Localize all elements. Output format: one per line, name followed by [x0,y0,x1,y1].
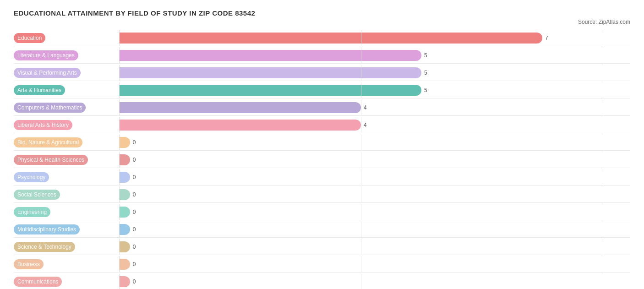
bar-label-wrap: Business [14,259,119,269]
bar-row: Visual & Performing Arts5 [14,65,630,81]
bar-area: 5 [119,65,630,81]
bar-label-text: Arts & Humanities [14,85,65,95]
bar-area: 0 [119,221,630,237]
bar-label-text: Communications [14,277,62,287]
bar-value-label: 0 [133,157,136,163]
bar-row: Bio, Nature & Agricultural0 [14,134,630,151]
bar-label-wrap: Physical & Health Sciences [14,155,119,165]
bar-area: 0 [119,134,630,150]
bar-label-wrap: Social Sciences [14,190,119,200]
chart-title: EDUCATIONAL ATTAINMENT BY FIELD OF STUDY… [14,9,630,17]
bar-fill [119,154,130,165]
bar-area: 0 [119,186,630,202]
bar-label-text: Science & Technology [14,242,75,252]
bar-area: 0 [119,204,630,220]
bar-fill [119,241,130,252]
bar-row: Arts & Humanities5 [14,82,630,98]
bar-label-wrap: Science & Technology [14,242,119,252]
bar-label-text: Education [14,33,45,43]
bar-row: Literature & Languages5 [14,47,630,64]
bar-label-wrap: Multidisciplinary Studies [14,224,119,234]
bar-label-wrap: Visual & Performing Arts [14,68,119,78]
bar-label-wrap: Computers & Mathematics [14,103,119,113]
bar-label-text: Liberal Arts & History [14,120,72,130]
bar-fill [119,137,130,148]
bar-fill [119,172,130,183]
bar-fill [119,50,421,61]
bar-value-label: 0 [133,139,136,146]
bar-row: Multidisciplinary Studies0 [14,221,630,238]
bar-area: 5 [119,82,630,98]
bar-label-text: Bio, Nature & Agricultural [14,137,82,147]
bar-label-wrap: Arts & Humanities [14,85,119,95]
bar-area: 0 [119,239,630,255]
bar-fill [119,224,130,235]
bar-area: 0 [119,169,630,185]
bar-area: 4 [119,117,630,133]
bar-label-wrap: Literature & Languages [14,50,119,60]
bar-row: Business0 [14,256,630,273]
bar-fill [119,259,130,270]
bar-value-label: 4 [364,104,367,111]
bar-label-text: Computers & Mathematics [14,103,86,113]
bar-row: Social Sciences0 [14,186,630,203]
bar-row: Science & Technology0 [14,239,630,255]
bar-area: 5 [119,47,630,63]
bar-label-text: Engineering [14,207,50,217]
chart-container: Education7Literature & Languages5Visual … [14,30,630,289]
bar-area: 0 [119,152,630,168]
bar-label-text: Business [14,259,44,269]
bar-label-wrap: Education [14,33,119,43]
bar-value-label: 5 [424,87,427,93]
bar-label-text: Physical & Health Sciences [14,155,88,165]
bar-row: Education7 [14,30,630,46]
bar-fill [119,120,361,131]
bar-label-text: Multidisciplinary Studies [14,224,80,234]
bar-label-wrap: Engineering [14,207,119,217]
bar-row: Communications0 [14,273,630,289]
bar-label-text: Visual & Performing Arts [14,68,81,78]
bar-area: 4 [119,99,630,115]
bar-fill [119,189,130,200]
bar-value-label: 7 [545,35,548,41]
bar-value-label: 4 [364,122,367,128]
bar-label-text: Psychology [14,172,49,182]
bar-area: 0 [119,273,630,289]
bar-value-label: 0 [133,278,136,285]
bar-fill [119,276,130,287]
bar-row: Computers & Mathematics4 [14,99,630,116]
source-label: Source: ZipAtlas.com [14,19,630,25]
bar-label-text: Social Sciences [14,190,60,200]
bar-row: Liberal Arts & History4 [14,117,630,133]
bar-area: 0 [119,256,630,272]
bar-value-label: 5 [424,52,427,59]
bar-fill [119,33,542,44]
bar-area: 7 [119,30,630,46]
bar-value-label: 0 [133,244,136,250]
bar-row: Psychology0 [14,169,630,185]
bar-label-wrap: Bio, Nature & Agricultural [14,137,119,147]
bar-value-label: 0 [133,226,136,233]
bar-label-wrap: Liberal Arts & History [14,120,119,130]
bar-row: Engineering0 [14,204,630,220]
bar-fill [119,67,421,78]
bar-fill [119,85,421,96]
bar-row: Physical & Health Sciences0 [14,152,630,168]
bar-label-wrap: Psychology [14,172,119,182]
bar-value-label: 0 [133,174,136,180]
bar-value-label: 0 [133,209,136,215]
bar-fill [119,102,361,113]
bar-value-label: 0 [133,191,136,198]
bar-fill [119,207,130,218]
bar-label-text: Literature & Languages [14,50,78,60]
bar-label-wrap: Communications [14,277,119,287]
bar-value-label: 0 [133,261,136,267]
bar-value-label: 5 [424,70,427,76]
